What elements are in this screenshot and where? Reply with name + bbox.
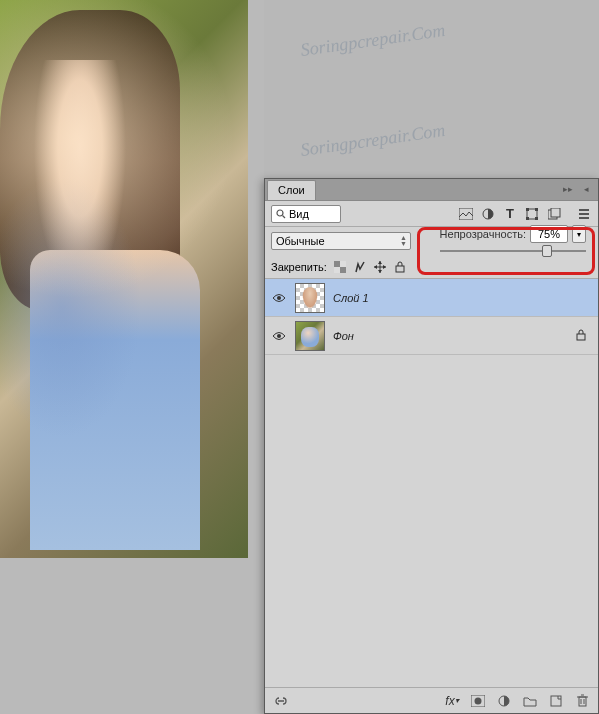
select-arrows-icon: ▲▼ [400,235,407,247]
blend-opacity-row: Обычные ▲▼ Непрозрачность: 75% ▾ [265,227,598,255]
layer-row[interactable]: Слой 1 [265,279,598,317]
visibility-eye-icon[interactable] [271,328,287,344]
svg-rect-5 [526,208,529,211]
watermark: Soringpcrepair.Com [299,20,446,61]
svg-line-1 [283,215,286,218]
fx-icon[interactable]: fx▾ [444,693,460,709]
svg-rect-28 [551,696,561,706]
svg-marker-20 [383,265,386,269]
layer-thumbnail[interactable] [295,283,325,313]
svg-marker-18 [378,270,382,273]
blend-mode-value: Обычные [276,235,325,247]
svg-rect-13 [340,261,346,267]
opacity-slider[interactable] [440,247,586,255]
tab-layers[interactable]: Слои [267,180,316,200]
opacity-dropdown-icon[interactable]: ▾ [572,225,586,243]
visibility-eye-icon[interactable] [271,290,287,306]
filter-smart-icon[interactable] [546,206,562,222]
svg-marker-19 [374,265,377,269]
group-icon[interactable] [522,693,538,709]
opacity-label: Непрозрачность: [440,228,526,240]
canvas-area[interactable] [0,0,264,714]
layer-name[interactable]: Слой 1 [333,292,369,304]
layer-filter-kind[interactable]: Вид [271,205,341,223]
slider-thumb[interactable] [542,245,552,257]
panel-expand-icon[interactable]: ◂ [580,183,592,195]
photo-hair [0,10,180,310]
mask-icon[interactable] [470,693,486,709]
svg-point-23 [277,334,281,338]
blend-mode-select[interactable]: Обычные ▲▼ [271,232,411,250]
svg-point-22 [277,296,281,300]
filter-kind-label: Вид [289,208,309,220]
svg-rect-10 [551,208,560,217]
lock-transparent-icon[interactable] [333,260,347,274]
filter-type-icon[interactable]: T [502,206,518,222]
photo-body [30,250,200,550]
filter-adjust-icon[interactable] [480,206,496,222]
watermark: Soringpcrepair.Com [299,120,446,161]
svg-point-0 [277,210,283,216]
svg-marker-17 [378,261,382,264]
link-icon[interactable] [273,693,289,709]
lock-image-icon[interactable] [353,260,367,274]
svg-rect-11 [334,261,340,267]
layer-row[interactable]: Фон [265,317,598,355]
panel-menu-icon[interactable] [576,206,592,222]
filter-pixel-icon[interactable] [458,206,474,222]
lock-all-icon[interactable] [393,260,407,274]
svg-rect-6 [535,208,538,211]
svg-rect-7 [526,217,529,220]
lock-icon [576,329,586,343]
opacity-value[interactable]: 75% [530,225,568,243]
layer-thumbnail[interactable] [295,321,325,351]
svg-point-26 [475,697,482,704]
slider-track [440,250,586,252]
adjustment-icon[interactable] [496,693,512,709]
panel-collapse-icon[interactable]: ▸▸ [562,183,574,195]
svg-rect-14 [334,267,340,273]
opacity-control: Непрозрачность: 75% ▾ [436,222,590,260]
lock-label: Закрепить: [271,261,327,273]
svg-rect-8 [535,217,538,220]
layer-name[interactable]: Фон [333,330,354,342]
svg-rect-24 [577,334,585,340]
new-layer-icon[interactable] [548,693,564,709]
search-icon [276,209,286,219]
trash-icon[interactable] [574,693,590,709]
layers-list: Слой 1Фон [265,279,598,355]
svg-rect-21 [396,266,404,272]
panel-footer: fx▾ [265,687,598,713]
panel-tab-bar: Слои ▸▸ ◂ [265,179,598,201]
svg-rect-12 [340,267,346,273]
filter-shape-icon[interactable] [524,206,540,222]
document-photo[interactable] [0,0,248,558]
layers-panel: Слои ▸▸ ◂ Вид T Обычные ▲▼ Непрозрачност… [264,178,599,714]
photo-figure [10,60,210,550]
lock-position-icon[interactable] [373,260,387,274]
svg-rect-29 [579,697,586,706]
